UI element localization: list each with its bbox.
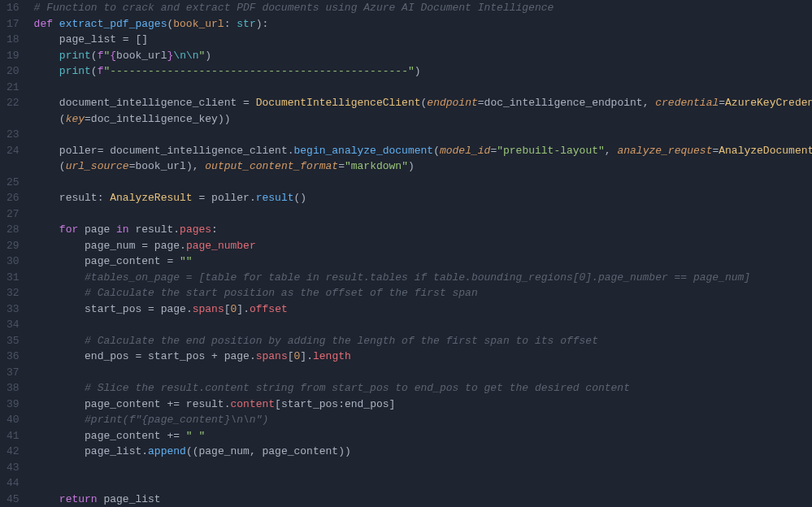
code-line[interactable]: page_list.append((page_num, page_content… [34, 444, 809, 460]
code-line[interactable]: document_intelligence_client = DocumentI… [34, 95, 809, 111]
line-number: 33 [7, 301, 20, 318]
code-line[interactable]: # Calculate the start position as the of… [34, 285, 809, 301]
line-number: 21 [7, 80, 20, 96]
code-line[interactable] [34, 475, 809, 492]
line-number: 43 [7, 460, 20, 476]
code-token: start_pos [85, 303, 148, 315]
code-line[interactable]: page_content += result.content[start_pos… [34, 396, 809, 413]
code-token: page [224, 350, 250, 362]
code-token: extract_pdf_pages [59, 18, 167, 30]
code-token: print [59, 65, 91, 77]
code-token: ), [186, 160, 205, 172]
code-token: "prebuilt-layout" [497, 145, 605, 157]
line-number [7, 158, 20, 175]
code-token: doc_intelligence_endpoint [484, 97, 643, 109]
code-token: start_pos [148, 350, 211, 362]
code-token: [ [275, 398, 281, 410]
code-token: . [250, 350, 256, 362]
code-token: . [243, 303, 250, 315]
code-line[interactable]: def extract_pdf_pages(book_url: str): [34, 16, 809, 32]
code-line[interactable] [34, 127, 809, 143]
code-token: = [478, 97, 484, 109]
code-token: book_url [173, 18, 224, 30]
code-token: poller [211, 192, 250, 204]
code-token: )) [338, 445, 351, 457]
code-token: result [59, 192, 98, 204]
code-line[interactable]: print(f"--------------------------------… [34, 63, 809, 80]
code-token: pages [180, 223, 211, 236]
code-editor[interactable]: 1617181920212223242526272829303132333435… [0, 0, 812, 507]
code-token: : [224, 18, 237, 30]
code-line[interactable]: #print(f"{page_content}\n\n") [34, 412, 809, 428]
code-line[interactable]: end_pos = start_pos + page.spans[0].leng… [34, 349, 809, 365]
line-number: 34 [7, 317, 20, 333]
code-line[interactable] [34, 365, 809, 381]
code-line[interactable]: page_list = [] [34, 32, 809, 48]
code-token: page_num [198, 445, 249, 457]
code-line[interactable]: result: AnalyzeResult = poller.result() [34, 190, 809, 206]
code-token: ): [256, 18, 269, 30]
code-token: [ [288, 350, 294, 362]
code-line[interactable]: # Calculate the end position by adding t… [34, 333, 809, 349]
line-number: 32 [7, 285, 20, 301]
code-token: ) [408, 160, 415, 172]
code-token: ) [205, 50, 211, 62]
code-token: print [59, 50, 91, 62]
code-line[interactable] [34, 206, 809, 223]
code-token: result [135, 223, 173, 236]
code-token: page_number [186, 240, 256, 252]
code-line[interactable]: return page_list [34, 492, 809, 508]
line-number: 27 [7, 206, 20, 223]
code-token: ( [59, 113, 66, 125]
code-line[interactable] [34, 317, 809, 333]
line-number: 29 [7, 238, 20, 254]
line-number: 44 [7, 475, 20, 492]
code-line[interactable]: page_content += " " [34, 428, 809, 444]
code-token: : [98, 192, 111, 204]
code-token: book_url [116, 50, 167, 62]
code-area[interactable]: # Function to crack and extract PDF docu… [31, 0, 812, 507]
code-token: page_list [103, 493, 160, 505]
code-line[interactable] [34, 80, 809, 96]
code-line[interactable]: poller= document_intelligence_client.beg… [34, 143, 809, 159]
line-number: 17 [7, 16, 20, 32]
code-token: . [186, 303, 193, 315]
code-line[interactable] [34, 460, 809, 476]
code-token: # Function to crack and extract PDF docu… [34, 2, 554, 14]
code-token: page_num [85, 240, 141, 252]
line-number [7, 111, 20, 128]
line-number: 42 [7, 444, 20, 460]
code-token: result [186, 398, 224, 410]
code-token: , [250, 445, 263, 457]
line-number: 38 [7, 380, 20, 396]
code-line[interactable]: (url_source=book_url), output_content_fo… [34, 158, 809, 175]
code-line[interactable]: start_pos = page.spans[0].offset [34, 301, 809, 318]
code-line[interactable]: page_num = page.page_number [34, 238, 809, 254]
code-line[interactable] [34, 175, 809, 191]
code-token: page_content [85, 398, 167, 410]
code-line[interactable]: for page in result.pages: [34, 222, 809, 238]
line-number: 41 [7, 428, 20, 444]
code-token: append [148, 445, 186, 457]
code-line[interactable]: print(f"{book_url}\n\n") [34, 48, 809, 64]
code-token: page_content [263, 445, 339, 457]
code-token: url_source [66, 160, 129, 172]
code-line[interactable]: # Slice the result.content string from s… [34, 380, 809, 396]
code-token: page [85, 223, 116, 236]
code-token: endpoint [427, 97, 477, 109]
code-token: = [338, 160, 345, 172]
code-line[interactable]: #tables_on_page = [table for table in re… [34, 270, 809, 286]
code-token: def [34, 18, 59, 30]
code-token: DocumentIntelligenceClient [256, 97, 421, 109]
code-token: page_content [85, 430, 167, 442]
code-token: + [211, 350, 224, 362]
code-line[interactable]: # Function to crack and extract PDF docu… [34, 0, 809, 16]
code-token: \n\n [173, 50, 198, 62]
code-line[interactable]: page_content = "" [34, 254, 809, 270]
code-token: end_pos [85, 350, 135, 362]
code-token: in [116, 223, 135, 236]
code-token: # Slice the result.content string from s… [85, 382, 630, 394]
code-token: result [256, 192, 294, 204]
code-token: poller [59, 145, 98, 157]
code-line[interactable]: (key=doc_intelligence_key)) [34, 111, 809, 128]
